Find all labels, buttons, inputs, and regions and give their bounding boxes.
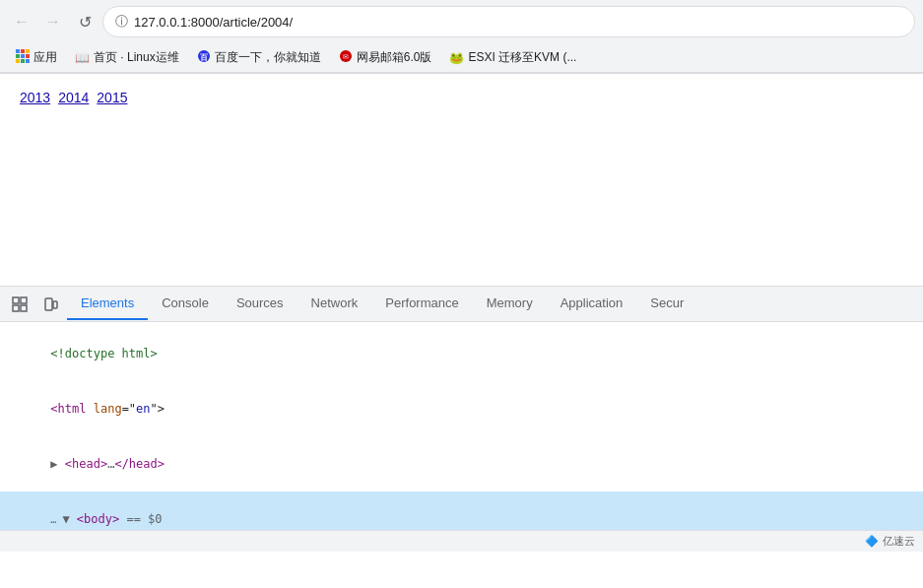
bookmarks-bar: 应用 📖 首页 · Linux运维 百 百度一下，你就知道 ✉ 网易邮箱 — [0, 43, 923, 73]
tab-application[interactable]: Application — [547, 288, 637, 320]
devtools-toolbar: Elements Console Sources Network Perform… — [0, 287, 923, 322]
link-2013[interactable]: 2013 — [20, 90, 50, 105]
tab-elements[interactable]: Elements — [67, 288, 148, 320]
apps-grid-icon — [16, 49, 30, 66]
brand-logo: 🔷 亿速云 — [865, 534, 915, 549]
brand-icon: 🔷 — [865, 535, 879, 548]
baidu-icon: 百 — [197, 49, 211, 66]
browser-chrome: ← → ↺ ⓘ 127.0.0.1:8000/article/2004/ — [0, 0, 923, 74]
html-line-body[interactable]: … ▼ <body> == $0 — [0, 491, 923, 530]
bookmark-linux-label: 首页 · Linux运维 — [94, 49, 179, 66]
back-button[interactable]: ← — [8, 8, 35, 35]
svg-rect-8 — [26, 59, 30, 63]
reload-button[interactable]: ↺ — [71, 8, 99, 35]
bookmark-esxi-label: ESXI 迁移至KVM (... — [468, 49, 576, 66]
svg-rect-6 — [16, 59, 20, 63]
devtools-panel: Elements Console Sources Network Perform… — [0, 286, 923, 552]
link-2015[interactable]: 2015 — [97, 90, 127, 105]
html-line-doctype: <!doctype html> — [0, 326, 923, 381]
address-bar[interactable]: ⓘ 127.0.0.1:8000/article/2004/ — [102, 6, 915, 37]
devtools-bottom-bar: 🔷 亿速云 — [0, 530, 923, 552]
tab-security[interactable]: Secur — [636, 288, 697, 320]
device-toolbar-button[interactable] — [37, 291, 65, 318]
bookmark-apps-label: 应用 — [33, 49, 57, 66]
svg-rect-1 — [21, 49, 25, 53]
svg-rect-7 — [21, 59, 25, 63]
lock-icon: ⓘ — [115, 13, 128, 31]
tab-performance[interactable]: Performance — [371, 288, 472, 320]
html-line-head: ▶ <head>…</head> — [0, 436, 923, 491]
tab-sources[interactable]: Sources — [223, 288, 297, 320]
mail-icon: ✉ — [339, 49, 353, 66]
link-2014[interactable]: 2014 — [58, 90, 89, 105]
tab-memory[interactable]: Memory — [473, 288, 547, 320]
bookmark-linux[interactable]: 📖 首页 · Linux运维 — [67, 47, 187, 68]
devtools-tabs: Elements Console Sources Network Perform… — [67, 288, 919, 320]
svg-rect-5 — [26, 54, 30, 58]
bookmark-mail[interactable]: ✉ 网易邮箱6.0版 — [331, 47, 440, 68]
svg-rect-18 — [53, 301, 57, 308]
page-links: 2013 2014 2015 — [20, 90, 903, 105]
tab-console[interactable]: Console — [148, 288, 223, 320]
svg-rect-3 — [16, 54, 20, 58]
page-content: 2013 2014 2015 — [0, 74, 923, 286]
brand-name: 亿速云 — [883, 534, 915, 549]
svg-rect-16 — [21, 305, 27, 311]
bookmark-apps[interactable]: 应用 — [8, 47, 65, 68]
svg-rect-2 — [26, 49, 30, 53]
nav-bar: ← → ↺ ⓘ 127.0.0.1:8000/article/2004/ — [0, 0, 923, 43]
svg-rect-14 — [13, 305, 19, 311]
devtools-html-panel: <!doctype html> <html lang="en"> ▶ <head… — [0, 322, 923, 530]
svg-text:百: 百 — [200, 53, 208, 62]
forward-button[interactable]: → — [39, 8, 67, 35]
tab-network[interactable]: Network — [297, 288, 372, 320]
svg-rect-15 — [21, 297, 27, 303]
inspect-element-button[interactable] — [6, 291, 33, 318]
svg-rect-4 — [21, 54, 25, 58]
bookmark-baidu-label: 百度一下，你就知道 — [215, 49, 321, 66]
bookmark-mail-label: 网易邮箱6.0版 — [357, 49, 432, 66]
html-line-html: <html lang="en"> — [0, 381, 923, 436]
svg-text:✉: ✉ — [343, 53, 349, 60]
book-icon: 📖 — [75, 51, 90, 65]
svg-rect-0 — [16, 49, 20, 53]
bookmark-esxi[interactable]: 🐸 ESXI 迁移至KVM (... — [441, 47, 584, 68]
url-text: 127.0.0.1:8000/article/2004/ — [134, 15, 293, 30]
bookmark-baidu[interactable]: 百 百度一下，你就知道 — [189, 47, 329, 68]
svg-rect-13 — [13, 297, 19, 303]
svg-rect-17 — [45, 298, 52, 310]
frog-icon: 🐸 — [449, 51, 464, 65]
